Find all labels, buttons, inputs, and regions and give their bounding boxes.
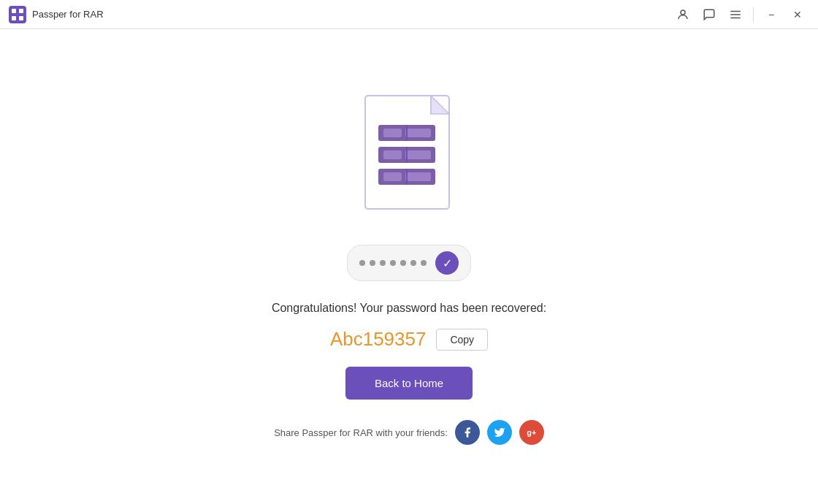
minimize-button[interactable]: −	[760, 3, 783, 26]
dot-6	[410, 260, 416, 266]
password-bar: ✓	[347, 245, 471, 281]
titlebar-right: − ✕	[671, 3, 809, 26]
svg-point-4	[681, 10, 685, 15]
app-icon	[9, 6, 26, 23]
svg-rect-15	[383, 150, 402, 159]
file-illustration	[351, 88, 467, 237]
svg-rect-0	[12, 9, 16, 13]
svg-rect-11	[383, 129, 402, 137]
titlebar: Passper for RAR − ✕	[0, 0, 818, 29]
facebook-share-button[interactable]	[455, 420, 480, 445]
password-dots	[359, 260, 427, 266]
twitter-share-button[interactable]	[487, 420, 512, 445]
svg-rect-16	[405, 150, 431, 159]
dot-3	[380, 260, 386, 266]
dot-2	[370, 260, 375, 266]
titlebar-left: Passper for RAR	[9, 6, 104, 23]
main-content: ✓ Congratulations! Your password has bee…	[0, 29, 818, 504]
dot-5	[400, 260, 406, 266]
dot-7	[421, 260, 427, 266]
check-icon: ✓	[435, 251, 459, 275]
password-display: Abc159357	[330, 328, 427, 351]
copy-button[interactable]: Copy	[436, 329, 488, 351]
app-title: Passper for RAR	[32, 9, 104, 20]
share-row: Share Passper for RAR with your friends:…	[274, 420, 544, 445]
share-text: Share Passper for RAR with your friends:	[274, 427, 448, 438]
dot-1	[359, 260, 365, 266]
svg-rect-12	[405, 129, 431, 137]
congratulations-text: Congratulations! Your password has been …	[272, 302, 546, 315]
titlebar-separator	[753, 7, 754, 22]
menu-button[interactable]	[724, 3, 747, 26]
password-row: Abc159357 Copy	[330, 328, 488, 351]
googleplus-share-button[interactable]: g+	[519, 420, 544, 445]
close-button[interactable]: ✕	[786, 3, 809, 26]
dot-4	[390, 260, 396, 266]
svg-rect-1	[19, 9, 23, 13]
svg-rect-19	[383, 172, 402, 181]
svg-rect-2	[12, 16, 16, 20]
svg-rect-20	[405, 172, 431, 181]
chat-button[interactable]	[697, 3, 721, 26]
account-button[interactable]	[671, 3, 695, 26]
svg-rect-3	[19, 16, 23, 20]
back-to-home-button[interactable]: Back to Home	[345, 367, 473, 400]
